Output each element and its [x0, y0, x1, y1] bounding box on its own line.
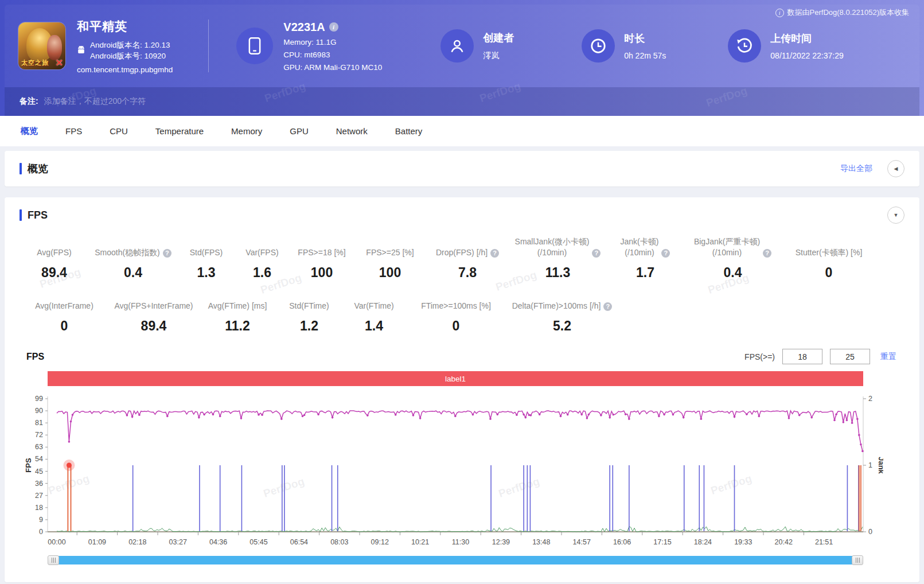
section-accent-bar	[20, 163, 22, 174]
stat-bigjank: BigJank(严重卡顿) (/10min)?0.4	[685, 235, 780, 281]
svg-text:label1: label1	[445, 375, 466, 383]
stat-value: 0	[780, 265, 878, 281]
note-bar[interactable]: 备注: 添加备注，不超过200个字符	[5, 87, 919, 116]
stat-value: 100	[288, 265, 356, 281]
stat-label: SmallJank(微小卡顿) (/10min)	[515, 236, 590, 258]
note-placeholder: 添加备注，不超过200个字符	[44, 96, 146, 107]
stat-smalljank: SmallJank(微小卡顿) (/10min)?11.3	[510, 235, 605, 281]
overview-title: 概览	[28, 162, 48, 176]
game-icon-caption: 太空之旅	[21, 59, 49, 67]
device-memory: Memory: 11.1G	[283, 38, 382, 46]
svg-text:12:39: 12:39	[492, 538, 510, 546]
scrollbar-track[interactable]	[57, 556, 853, 564]
tab-battery[interactable]: Battery	[387, 126, 431, 136]
device-info-icon[interactable]: i	[329, 22, 338, 32]
svg-text:01:09: 01:09	[88, 538, 106, 546]
svg-text:90: 90	[35, 407, 43, 415]
collapse-down-button[interactable]: ▼	[887, 207, 904, 224]
tab-fps[interactable]: FPS	[57, 126, 91, 136]
fps-stats-row-2: Avg(InterFrame)0Avg(FPS+InterFrame)89.4A…	[5, 289, 919, 334]
stat-value: 1.6	[236, 265, 288, 281]
tab-[interactable]: 概览	[12, 126, 46, 137]
stat-label: FPS>=18 [%]	[298, 247, 345, 258]
stat-avg: Avg(FPS+InterFrame)89.4	[110, 289, 197, 334]
upload-time-value: 08/11/2022 22:37:29	[770, 51, 843, 60]
help-icon[interactable]: ?	[763, 249, 771, 258]
android-version-code: Android版本号: 10920	[90, 50, 170, 61]
stat-value: 0	[18, 318, 110, 334]
creator-value: 澪岚	[483, 50, 514, 61]
stat-delta: Delta(FTime)>100ms [/h]?5.2	[505, 289, 619, 334]
svg-text:27: 27	[35, 492, 43, 500]
stat-label: Delta(FTime)>100ms [/h]	[512, 301, 601, 312]
svg-text:16:06: 16:06	[613, 538, 631, 546]
scrollbar-left-handle[interactable]	[48, 555, 59, 565]
device-cpu: CPU: mt6983	[283, 50, 382, 59]
svg-text:45: 45	[35, 468, 43, 476]
svg-text:04:36: 04:36	[209, 538, 227, 546]
android-version-name: Android版本名: 1.20.13	[90, 40, 170, 50]
stat-label: Drop(FPS) [/h]	[436, 247, 488, 258]
stat-label: Std(FTime)	[289, 301, 329, 312]
game-art	[47, 35, 62, 60]
upload-time-history-icon	[728, 29, 761, 63]
stat-jank: Jank(卡顿) (/10min)?1.7	[605, 235, 685, 281]
upload-time-label: 上传时间	[770, 32, 843, 45]
note-label: 备注:	[20, 96, 38, 107]
fps-section: FPS ▼ Avg(FPS)89.4Smooth(稳帧指数)?0.4Std(FP…	[5, 197, 919, 582]
svg-text:63: 63	[35, 443, 43, 451]
svg-text:1: 1	[868, 461, 872, 469]
stat-label: Std(FPS)	[190, 247, 223, 258]
collect-info-text: 数据由PerfDog(8.0.221052)版本收集	[787, 7, 909, 18]
stat-value: 5.2	[505, 318, 619, 334]
tab-network[interactable]: Network	[328, 126, 376, 136]
fps-chart-title: FPS	[26, 352, 44, 362]
fps-threshold-high-input[interactable]	[830, 349, 870, 364]
stat-value: 7.8	[424, 265, 510, 281]
duration-value: 0h 22m 57s	[624, 51, 666, 60]
svg-text:Jank: Jank	[877, 457, 883, 474]
help-icon[interactable]: ?	[592, 249, 601, 258]
tab-temperature[interactable]: Temperature	[147, 126, 212, 136]
svg-text:18: 18	[35, 504, 43, 512]
device-phone-icon	[236, 28, 273, 64]
help-icon[interactable]: ?	[490, 249, 499, 258]
help-icon[interactable]: ?	[163, 249, 171, 258]
tab-cpu[interactable]: CPU	[101, 126, 137, 136]
game-title: 和平精英	[77, 18, 173, 34]
reset-link[interactable]: 重置	[880, 352, 896, 362]
creator-person-icon	[440, 29, 474, 63]
export-all-link[interactable]: 导出全部	[840, 163, 872, 174]
collect-info: i 数据由PerfDog(8.0.221052)版本收集	[775, 7, 909, 18]
duration-clock-icon	[582, 29, 615, 63]
stat-label: Avg(InterFrame)	[35, 301, 93, 312]
stat-value: 0	[407, 318, 505, 334]
help-icon[interactable]: ?	[661, 249, 670, 258]
stat-label: Smooth(稳帧指数)	[95, 247, 160, 258]
svg-text:09:12: 09:12	[371, 538, 389, 546]
collapse-left-button[interactable]: ◀	[887, 160, 904, 177]
tab-memory[interactable]: Memory	[223, 126, 271, 136]
stat-std: Std(FTime)1.2	[278, 289, 341, 334]
report-header: i 数据由PerfDog(8.0.221052)版本收集 太空之旅 ✕ 和平精英	[0, 0, 924, 116]
stat-avg: Avg(FTime) [ms]11.2	[197, 289, 278, 334]
stat-label: FPS>=25 [%]	[366, 247, 414, 258]
header-divider	[208, 20, 209, 72]
info-icon: i	[775, 9, 784, 17]
stat-label: Var(FPS)	[245, 247, 278, 258]
fps-threshold-low-input[interactable]	[782, 349, 822, 364]
chart-horizontal-scrollbar[interactable]	[48, 556, 863, 565]
help-icon[interactable]: ?	[603, 302, 612, 311]
package-name: com.tencent.tmgp.pubgmhd	[77, 65, 173, 74]
device-model: V2231A	[283, 21, 325, 34]
stat-stutter: Stutter(卡顿率) [%]0	[780, 235, 878, 281]
stat-ftime>=100ms: FTime>=100ms [%]0	[407, 289, 505, 334]
stat-value: 0.4	[685, 265, 780, 281]
stat-avg: Avg(InterFrame)0	[18, 289, 110, 334]
tab-gpu[interactable]: GPU	[281, 126, 317, 136]
stat-var: Var(FPS)1.6	[236, 235, 288, 281]
section-accent-bar	[20, 209, 22, 221]
svg-text:08:03: 08:03	[330, 538, 348, 546]
scrollbar-right-handle[interactable]	[852, 555, 863, 565]
stat-label: Avg(FPS+InterFrame)	[114, 301, 193, 312]
